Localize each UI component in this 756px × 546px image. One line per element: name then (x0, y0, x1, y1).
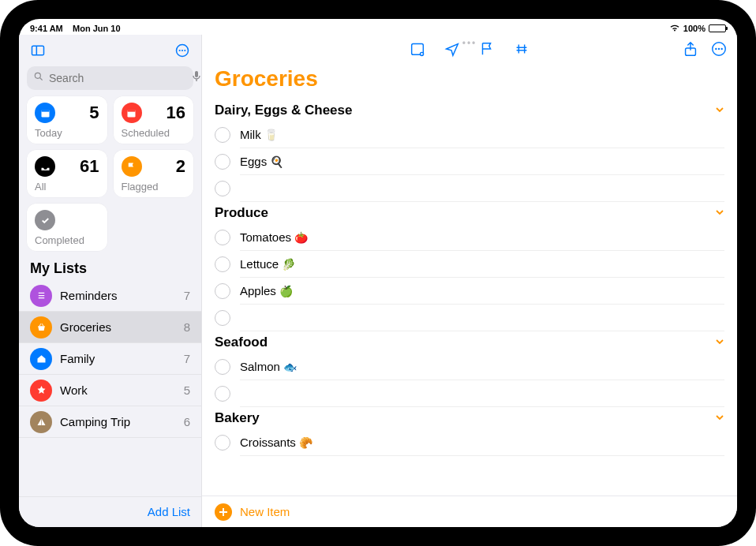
smart-list-today[interactable]: 5 Today (27, 96, 107, 144)
share-button[interactable] (682, 40, 699, 58)
reminder-row[interactable]: Eggs 🍳 (202, 148, 737, 175)
list-count: 7 (184, 289, 190, 302)
emoji-icon: 🍳 (270, 155, 283, 168)
main-pane: ••• Groceries Dairy, Eggs & Che (202, 35, 737, 527)
smart-list-all[interactable]: 61 All (27, 150, 107, 197)
svg-rect-12 (128, 110, 136, 112)
chevron-down-icon[interactable] (715, 206, 724, 220)
reminder-text[interactable] (240, 380, 724, 407)
smart-list-scheduled[interactable]: 16 Scheduled (114, 96, 194, 144)
section-header[interactable]: Bakery (202, 407, 737, 429)
reminder-empty-row[interactable] (202, 175, 737, 202)
sidebar-footer: Add List (19, 496, 201, 527)
svg-rect-0 (32, 46, 44, 55)
today-label: Today (35, 127, 99, 139)
section-header[interactable]: Dairy, Eggs & Cheese (202, 99, 737, 122)
sidebar-list-reminders[interactable]: Reminders7 (19, 280, 201, 312)
house-icon (30, 348, 52, 370)
complete-checkbox[interactable] (215, 310, 230, 326)
sidebar-more-button[interactable] (171, 39, 193, 62)
search-input[interactable] (49, 72, 187, 84)
reminder-text[interactable]: Croissants 🥐 (240, 429, 724, 456)
search-field[interactable] (27, 66, 193, 90)
complete-checkbox[interactable] (215, 230, 230, 245)
plus-icon[interactable] (215, 503, 232, 521)
list-count: 5 (184, 383, 190, 397)
flag-button[interactable] (478, 40, 496, 58)
complete-checkbox[interactable] (215, 127, 230, 143)
wifi-icon (669, 24, 680, 33)
svg-rect-10 (41, 110, 49, 112)
sidebar-list-family[interactable]: Family7 (19, 343, 201, 375)
list-name: Camping Trip (60, 415, 176, 428)
new-reminder-calendar-button[interactable] (409, 40, 426, 58)
reminder-text[interactable]: Lettuce 🥬 (240, 251, 724, 278)
chevron-down-icon[interactable] (715, 335, 724, 350)
reminder-row[interactable]: Salmon 🐟 (202, 353, 737, 380)
calendar-icon (35, 103, 55, 123)
completed-label: Completed (35, 234, 99, 246)
reminder-text[interactable] (240, 175, 724, 202)
dictate-icon[interactable] (192, 70, 201, 86)
list-count: 6 (184, 415, 190, 428)
toggle-sidebar-button[interactable] (27, 39, 49, 62)
reminders-scroll[interactable]: Dairy, Eggs & CheeseMilk 🥛Eggs 🍳ProduceT… (202, 99, 737, 496)
status-bar: 9:41 AM Mon Jun 10 100% (19, 19, 737, 35)
main-more-button[interactable] (710, 40, 728, 58)
reminder-text[interactable]: Milk 🥛 (240, 122, 724, 148)
complete-checkbox[interactable] (215, 386, 230, 402)
list-count: 8 (184, 320, 190, 334)
location-button[interactable] (443, 40, 461, 58)
reminder-empty-row[interactable] (202, 380, 737, 407)
reminder-row[interactable]: Milk 🥛 (202, 122, 737, 148)
sidebar: 5 Today 16 Scheduled (19, 35, 202, 527)
all-label: All (35, 181, 99, 193)
section-header[interactable]: Produce (202, 202, 737, 224)
emoji-icon: 🥐 (299, 436, 313, 449)
status-right: 100% (669, 24, 726, 33)
emoji-icon: 🍅 (294, 231, 308, 244)
reminder-text[interactable]: Tomatoes 🍅 (240, 224, 724, 251)
reminder-empty-row[interactable] (202, 305, 737, 331)
smart-list-completed[interactable]: Completed (27, 204, 107, 251)
chevron-down-icon[interactable] (715, 103, 724, 118)
section-header[interactable]: Seafood (202, 331, 737, 353)
complete-checkbox[interactable] (215, 435, 230, 451)
complete-checkbox[interactable] (215, 154, 230, 170)
svg-point-3 (179, 50, 181, 51)
reminder-row[interactable]: Lettuce 🥬 (202, 251, 737, 278)
chevron-down-icon[interactable] (715, 411, 724, 425)
smart-list-flagged[interactable]: 2 Flagged (114, 150, 194, 197)
scheduled-label: Scheduled (122, 127, 186, 139)
tray-icon (35, 156, 55, 177)
reminder-row[interactable]: Croissants 🥐 (202, 429, 737, 456)
reminder-row[interactable]: Tomatoes 🍅 (202, 224, 737, 251)
split-view: 5 Today 16 Scheduled (19, 35, 737, 527)
emoji-icon: 🥬 (282, 258, 295, 271)
complete-checkbox[interactable] (215, 283, 230, 299)
reminder-text[interactable]: Apples 🍏 (240, 278, 724, 305)
svg-point-6 (35, 73, 40, 78)
emoji-icon: 🥛 (264, 129, 278, 141)
star-icon (30, 380, 52, 402)
bottom-toolbar: New Item (202, 496, 737, 527)
add-list-button[interactable]: Add List (148, 505, 190, 518)
list-name: Groceries (60, 320, 176, 334)
tag-button[interactable] (513, 40, 530, 58)
sidebar-list-work[interactable]: Work5 (19, 375, 201, 406)
section-name: Seafood (215, 335, 268, 350)
sidebar-list-camping-trip[interactable]: Camping Trip6 (19, 406, 201, 438)
reminder-text[interactable]: Salmon 🐟 (240, 353, 724, 380)
complete-checkbox[interactable] (215, 359, 230, 375)
status-left: 9:41 AM Mon Jun 10 (30, 24, 121, 33)
new-item-button[interactable]: New Item (240, 505, 290, 518)
reminder-text[interactable] (240, 305, 724, 331)
reminder-row[interactable]: Apples 🍏 (202, 278, 737, 305)
sidebar-list-groceries[interactable]: Groceries8 (19, 312, 201, 343)
list-count: 7 (184, 352, 190, 365)
complete-checkbox[interactable] (215, 181, 230, 196)
complete-checkbox[interactable] (215, 256, 230, 272)
section-name: Dairy, Eggs & Cheese (215, 103, 352, 118)
all-count: 61 (80, 156, 99, 177)
reminder-text[interactable]: Eggs 🍳 (240, 148, 724, 175)
